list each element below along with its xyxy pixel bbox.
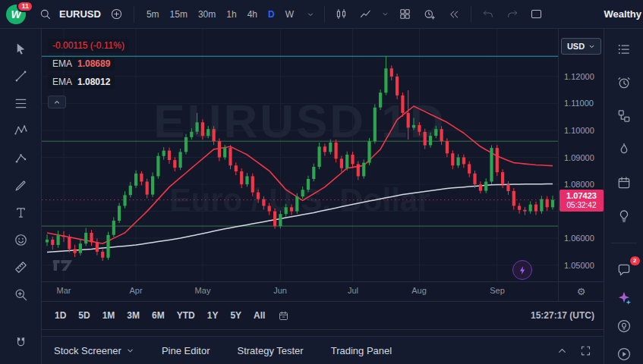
- chart-area[interactable]: EURUSD 1D Euro / U.S. Dollar -0.00115 (-…: [42, 29, 558, 281]
- sidebar-ideas-button[interactable]: [615, 208, 633, 224]
- undo-button[interactable]: [478, 5, 498, 24]
- range-buttons-group: 1D5D1M3M6MYTD1Y5YAll: [49, 307, 270, 324]
- price-axis-label: 1.10000: [564, 126, 594, 135]
- range-YTD[interactable]: YTD: [172, 307, 200, 324]
- compare-add-symbol-button[interactable]: [107, 5, 127, 24]
- bottom-tab-pine-editor[interactable]: Pine Editor: [162, 345, 210, 356]
- bottom-tab-trading-panel[interactable]: Trading Panel: [331, 345, 392, 356]
- bottom-tab-label: Pine Editor: [162, 345, 210, 356]
- range-3M[interactable]: 3M: [121, 307, 145, 324]
- chevron-up-icon: [52, 98, 61, 107]
- tool-forecast[interactable]: [8, 149, 33, 167]
- go-to-date-button[interactable]: [278, 310, 289, 322]
- sidebar-alerts-button[interactable]: [615, 74, 633, 91]
- bottom-tab-stock-screener[interactable]: Stock Screener: [54, 345, 134, 356]
- toolbar-separator: [471, 6, 471, 23]
- tool-zoom-in[interactable]: [8, 285, 33, 303]
- time-axis-label-mar: Mar: [57, 286, 71, 295]
- chevron-down-icon: [381, 10, 389, 18]
- object-tree-icon: [616, 108, 632, 124]
- chart-style-button[interactable]: [356, 5, 376, 24]
- bottom-tab-label: Strategy Tester: [237, 345, 303, 356]
- watchlist-icon: [616, 42, 632, 57]
- legend-collapse-button[interactable]: [48, 96, 66, 108]
- goto-date-icon: [278, 310, 289, 322]
- price-axis[interactable]: USD 1.120001.110001.100001.090001.080001…: [558, 29, 604, 281]
- timeframe-4h[interactable]: 4h: [242, 6, 263, 23]
- tradingview-logo-icon[interactable]: [52, 259, 74, 272]
- sidebar-object-tree-button[interactable]: [615, 108, 633, 124]
- bottom-panel-tabs: Stock ScreenerPine EditorStrategy Tester…: [54, 345, 392, 356]
- sidebar-calendar-button[interactable]: [615, 174, 633, 191]
- tool-xabcd-pattern[interactable]: [8, 121, 33, 140]
- tool-emoji[interactable]: [8, 231, 33, 249]
- redo-button[interactable]: [503, 5, 522, 24]
- rewind-icon: [448, 8, 460, 20]
- bottom-tab-strategy-tester[interactable]: Strategy Tester: [237, 345, 303, 356]
- panel-expand-button[interactable]: [580, 345, 591, 356]
- sidebar-hotlists-button[interactable]: [615, 141, 633, 158]
- range-1M[interactable]: 1M: [97, 307, 121, 324]
- range-6M[interactable]: 6M: [147, 307, 170, 324]
- panel-collapse-button[interactable]: [556, 345, 568, 356]
- tool-trend-line[interactable]: [8, 67, 33, 85]
- sidebar-tutorials-button[interactable]: [615, 346, 633, 362]
- range-1D[interactable]: 1D: [49, 307, 71, 324]
- indicator-ema-slow[interactable]: EMA 1.08012: [48, 75, 115, 89]
- symbol-search-button[interactable]: [35, 5, 55, 24]
- timeframe-30m[interactable]: 30m: [193, 6, 221, 23]
- drawing-tools-group: [8, 39, 33, 303]
- symbol-name[interactable]: EURUSD: [59, 8, 101, 20]
- tool-brush[interactable]: [8, 176, 33, 194]
- tool-cursor[interactable]: [8, 39, 33, 58]
- range-All[interactable]: All: [248, 307, 270, 324]
- range-1Y[interactable]: 1Y: [202, 307, 224, 324]
- bar-replay-button[interactable]: [444, 5, 464, 24]
- timeframe-1h[interactable]: 1h: [221, 6, 241, 23]
- sidebar-ai-sparkle-button[interactable]: [615, 290, 633, 306]
- measure-icon: [14, 260, 28, 275]
- timeframe-5m[interactable]: 5m: [141, 6, 165, 23]
- ai-sparkle-icon: [616, 290, 632, 306]
- timeframe-W[interactable]: W: [280, 6, 299, 23]
- chat-icon: [616, 262, 632, 278]
- indicator-label: EMA: [52, 77, 72, 87]
- layout-button[interactable]: [527, 5, 547, 24]
- currency-value: USD: [567, 42, 585, 51]
- price-axis-label: 1.08000: [564, 180, 594, 189]
- candlestick-style-button[interactable]: [332, 5, 351, 24]
- tool-measure[interactable]: [8, 258, 33, 276]
- indicator-templates-button[interactable]: [396, 5, 415, 24]
- range-5Y[interactable]: 5Y: [225, 307, 247, 324]
- time-axis-label-may: May: [195, 286, 211, 295]
- tool-fib-retracement[interactable]: [8, 94, 33, 112]
- create-alert-button[interactable]: [420, 5, 440, 24]
- range-5D[interactable]: 5D: [73, 307, 95, 324]
- tool-text-tool[interactable]: [8, 203, 33, 221]
- chevron-down-icon: [126, 347, 134, 355]
- chart-style-chevron[interactable]: [380, 5, 391, 24]
- timeframe-menu-chevron[interactable]: [304, 5, 317, 24]
- tool-magnet[interactable]: [8, 334, 33, 352]
- time-axis[interactable]: MarAprMayJunJulAugSep ⚙: [42, 281, 604, 301]
- app-logo[interactable]: W 11: [6, 3, 30, 26]
- right-sidebar: 2: [604, 29, 643, 364]
- price-axis-label: 1.09000: [564, 153, 594, 162]
- timeframe-15m[interactable]: 15m: [165, 6, 193, 23]
- gear-icon: ⚙: [577, 286, 586, 297]
- boost-lightning-button[interactable]: [512, 260, 532, 280]
- forecast-icon: [14, 151, 28, 165]
- bottom-panel-bar: Stock ScreenerPine EditorStrategy Tester…: [42, 336, 604, 364]
- sidebar-chat-button[interactable]: 2: [615, 262, 633, 278]
- indicator-label: EMA: [52, 58, 72, 69]
- sidebar-bottom-group: 2: [615, 262, 633, 362]
- indicator-ema-fast[interactable]: EMA 1.08689: [48, 57, 115, 71]
- layout-panel-icon: [530, 8, 543, 20]
- price-axis-label: 1.05000: [564, 261, 594, 270]
- sidebar-help-bulb-button[interactable]: [615, 318, 633, 334]
- currency-selector[interactable]: USD: [561, 38, 601, 55]
- clock-utc[interactable]: 15:27:17 (UTC): [531, 310, 596, 321]
- timeframe-D[interactable]: D: [263, 6, 280, 23]
- sidebar-watchlist-button[interactable]: [615, 41, 633, 58]
- axis-settings-corner[interactable]: ⚙: [558, 282, 604, 301]
